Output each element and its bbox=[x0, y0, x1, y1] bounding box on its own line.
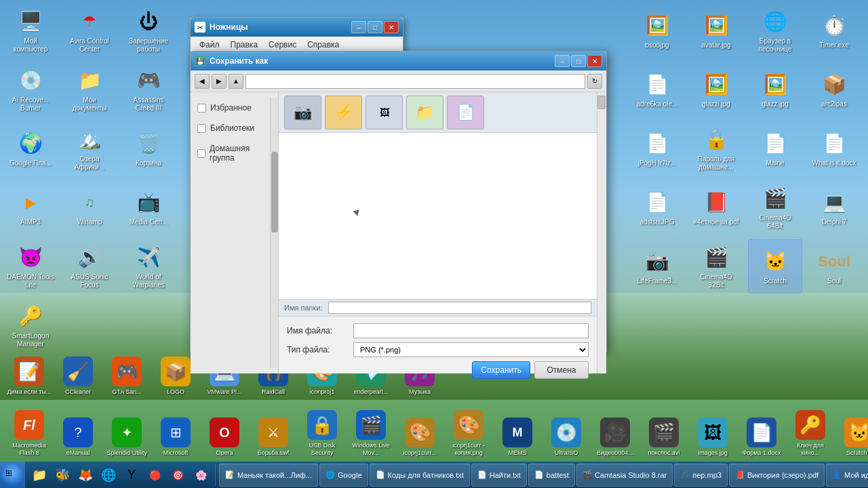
taskbar-icon-borba[interactable]: ⚔ Борьба.swf bbox=[250, 402, 297, 460]
thumbnail-item[interactable]: 📁 bbox=[406, 96, 443, 129]
taskbar-icon-klyuch[interactable]: 🔑 Ключ для кино... bbox=[787, 402, 834, 460]
desktop-icon[interactable]: 🎬 Cinema4D 64Bit bbox=[748, 180, 802, 235]
scissors-menu-help[interactable]: Справка bbox=[302, 38, 344, 52]
desktop-icon[interactable]: 🐱 Scratch bbox=[748, 239, 802, 293]
taskbar-icon-emanual[interactable]: ? eManual bbox=[54, 402, 102, 460]
scissors-minimize-button[interactable]: – bbox=[351, 21, 366, 33]
taskbar-icon-video[interactable]: 🎥 Видео0004... bbox=[591, 402, 639, 460]
saveas-filename-input[interactable] bbox=[353, 323, 589, 338]
desktop-icon-smartlogin[interactable]: 🔑 SmartLogon Manager bbox=[3, 298, 58, 352]
taskbar-icon-images[interactable]: 🖼 images.jpg bbox=[689, 402, 736, 460]
quicklaunch-explorer[interactable]: 📁 bbox=[28, 464, 50, 486]
taskbar-app-naiti[interactable]: 📄 Найти.txt bbox=[471, 464, 527, 487]
taskbar-icon-icoprj1[interactable]: 🎨 icoprj1curr... bbox=[396, 402, 443, 460]
quicklaunch-unknown2[interactable]: 🎯 bbox=[167, 464, 189, 486]
desktop-icon[interactable]: 📄 adststsJPG bbox=[630, 180, 684, 235]
saveas-favorites-item[interactable]: Избранное bbox=[191, 98, 278, 118]
desktop-icon[interactable]: ⏱️ Timer.exe bbox=[807, 3, 861, 58]
desktop-icon-recycle[interactable]: 🗑️ Корзина bbox=[121, 121, 176, 176]
desktop-icon-ozera[interactable]: 🏔️ Озера Африки... bbox=[62, 121, 117, 176]
saveas-forward-button[interactable]: ▶ bbox=[212, 74, 226, 89]
taskbar-app-battest[interactable]: 📄 battest bbox=[528, 464, 575, 487]
taskbar-icon-icoprj1-copy[interactable]: 🎨 icoprj1curr - копия.png bbox=[445, 402, 492, 460]
taskbar-app-google[interactable]: 🌐 Google bbox=[319, 464, 368, 487]
thumbnail-item[interactable]: 🖼 bbox=[366, 96, 403, 129]
quicklaunch-chrome[interactable]: 🌐 bbox=[98, 464, 119, 486]
desktop-icon-worldofwarplanes[interactable]: ✈️ World of Warplanes bbox=[121, 239, 176, 293]
scissors-close-button[interactable]: ✕ bbox=[384, 21, 399, 33]
saveas-up-button[interactable]: ▲ bbox=[229, 74, 243, 89]
taskbar-icon-mems[interactable]: M MEMS bbox=[494, 402, 541, 460]
saveas-libraries-item[interactable]: Библиотеки bbox=[191, 118, 278, 138]
desktop-icon[interactable]: 🖼️ bsodjpg bbox=[630, 3, 684, 58]
saveas-save-button[interactable]: Сохранить bbox=[472, 361, 530, 379]
saveas-sidebar-scrollbar[interactable] bbox=[270, 98, 278, 368]
saveas-cancel-button[interactable]: Отмена bbox=[534, 361, 589, 379]
taskbar-icon-ultraiso[interactable]: 💿 UltraISO bbox=[542, 402, 590, 460]
desktop-icon-assassins[interactable]: 🎮 Assassins Creed III bbox=[121, 62, 176, 117]
desktop-icon[interactable]: 📄 adre6ka ole... bbox=[630, 62, 684, 117]
saveas-homegroup-checkbox[interactable] bbox=[197, 149, 205, 158]
saveas-homegroup-item[interactable]: Домашняя группа bbox=[191, 138, 278, 168]
saveas-back-button[interactable]: ◀ bbox=[195, 74, 210, 89]
desktop-icon[interactable]: 🖼️ avatar.jpg bbox=[689, 3, 743, 58]
taskbar-icon-microsoft[interactable]: ⊞ Microsoft bbox=[152, 402, 199, 460]
quicklaunch-yandex[interactable]: Y bbox=[121, 464, 142, 486]
taskbar-icon-flash[interactable]: Fl Macromedia Flash 8 bbox=[5, 402, 53, 460]
taskbar-app-viktoriya[interactable]: 📕 Виктория (сзеро).pdf bbox=[729, 464, 825, 487]
scissors-menu-file[interactable]: Файл bbox=[194, 38, 225, 52]
taskbar-icon-windowslive[interactable]: 🎬 Windows Live Mov... bbox=[347, 402, 395, 460]
desktop-icon[interactable]: 🌐 Браузер в песочнице bbox=[748, 3, 802, 58]
desktop-icon-airecovery[interactable]: 💿 AI Recove... Burner bbox=[3, 62, 58, 117]
desktop-icon-winamp[interactable]: ♫ Winamp bbox=[62, 180, 117, 235]
taskbar-icon-opera[interactable]: O Opera bbox=[201, 402, 248, 460]
desktop-icon[interactable]: 🖼️ glazz.jpg bbox=[748, 62, 802, 117]
quicklaunch-ie[interactable]: 🐝 bbox=[52, 464, 73, 486]
desktop-icon-documents[interactable]: 📁 Мои документы bbox=[62, 62, 117, 117]
desktop-icon-avira[interactable]: ☂ Avira Control Center bbox=[62, 3, 117, 58]
desktop-icon-mediacenter[interactable]: 📺 Media Cen... bbox=[121, 180, 176, 235]
saveas-close-button[interactable]: ✕ bbox=[587, 55, 602, 67]
desktop-icon[interactable]: 📦 arc2lpas bbox=[807, 62, 861, 117]
taskbar-app-mp3[interactable]: 🎵 пер.mp3 bbox=[674, 464, 728, 487]
saveas-address-input[interactable] bbox=[245, 74, 585, 89]
saveas-maximize-button[interactable]: □ bbox=[571, 55, 586, 67]
desktop-icon[interactable]: 📄 Maine bbox=[748, 121, 802, 176]
taskbar-icon-pokspoc[interactable]: 🎬 покспос.avi bbox=[640, 402, 688, 460]
thumbnail-item[interactable]: ⚡ bbox=[325, 96, 362, 129]
desktop-icon[interactable]: Soul Soul bbox=[807, 239, 861, 293]
desktop-icon-asussonic[interactable]: 🔊 ASUS Sonic Focus bbox=[62, 239, 117, 293]
desktop-icon[interactable]: 📄 jPqgH lr7lz... bbox=[630, 121, 684, 176]
desktop-icon[interactable]: 📷 LifeFrame3... bbox=[630, 239, 684, 293]
desktop-icon[interactable]: 🔒 Пароль для домашне... bbox=[689, 121, 743, 176]
desktop-icon-daemon[interactable]: 👿 DAEMON Tools Lite bbox=[3, 239, 58, 293]
taskbar-icon-usbsecurity[interactable]: 🔒 USB Disk Security bbox=[298, 402, 346, 460]
quicklaunch-unknown1[interactable]: 🔴 bbox=[144, 464, 165, 486]
scissors-maximize-button[interactable]: □ bbox=[368, 21, 382, 33]
thumbnail-item[interactable]: 📄 bbox=[447, 96, 484, 129]
taskbar-app-camtasia[interactable]: 🎬 Camtasia Studio 8.rar bbox=[576, 464, 673, 487]
scissors-menu-edit[interactable]: Правка bbox=[225, 38, 264, 52]
saveas-file-area[interactable] bbox=[279, 133, 597, 299]
taskbar-app-moy[interactable]: 👤 Мой идентифи... bbox=[826, 464, 868, 487]
desktop-icon[interactable]: 📕 «4етное за.pdf bbox=[689, 180, 743, 235]
thumbnail-item[interactable]: 📷 bbox=[284, 96, 321, 129]
desktop-icon[interactable]: 📄 What is it.docx bbox=[807, 121, 861, 176]
start-button[interactable]: ⊞ bbox=[0, 462, 25, 489]
taskbar-app-kody[interactable]: 📄 Коды для батников.txt bbox=[370, 464, 470, 487]
scissors-menu-service[interactable]: Сервис bbox=[263, 38, 302, 52]
desktop-icon[interactable]: 🖼️ glazzi.jpg bbox=[689, 62, 743, 117]
saveas-minimize-button[interactable]: – bbox=[555, 55, 570, 67]
quicklaunch-firefox[interactable]: 🦊 bbox=[75, 464, 96, 486]
taskbar-icon-splendid[interactable]: ✦ Splendid Utility bbox=[103, 402, 151, 460]
saveas-libraries-checkbox[interactable] bbox=[197, 124, 206, 133]
saveas-favorites-checkbox[interactable] bbox=[197, 104, 206, 113]
desktop-icon[interactable]: 🎬 Cinema4D 32Bit bbox=[689, 239, 743, 293]
desktop-icon-aimp[interactable]: ▶ AIMP3 bbox=[3, 180, 58, 235]
taskbar-icon-forma[interactable]: 📄 Форма 1.docx bbox=[738, 402, 785, 460]
saveas-filetype-select[interactable]: PNG (*.png) JPG (*.jpg) bbox=[353, 342, 589, 357]
desktop-icon-computer[interactable]: 🖥️ Мой компьютер bbox=[3, 3, 58, 58]
taskbar-icon-scratch2[interactable]: 🐱 Scratch 2 bbox=[835, 402, 868, 460]
desktop-icon-shutdown[interactable]: ⏻ Завершение работы bbox=[121, 3, 176, 58]
desktop-icon[interactable]: 💻 Delphi 7 bbox=[807, 180, 861, 235]
